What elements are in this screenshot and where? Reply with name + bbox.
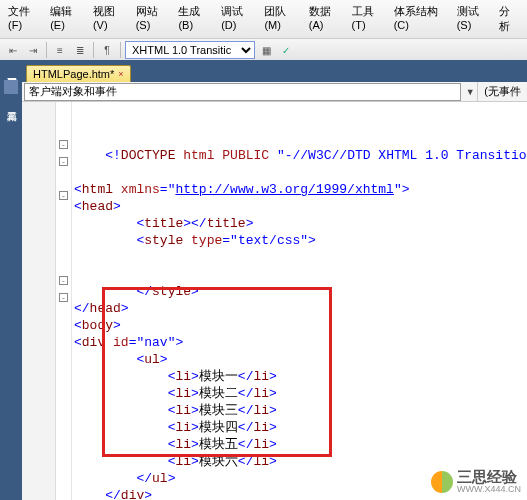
menu-item[interactable]: 体系结构(C) bbox=[390, 2, 451, 36]
code-line[interactable]: <li>模块一</li> bbox=[74, 368, 527, 385]
doctype-select[interactable]: XHTML 1.0 Transitic bbox=[125, 41, 255, 59]
indent-left-icon[interactable]: ⇤ bbox=[4, 41, 22, 59]
list2-icon[interactable]: ≣ bbox=[71, 41, 89, 59]
menu-item[interactable]: 调试(D) bbox=[217, 2, 258, 36]
code-line[interactable]: <title></title> bbox=[74, 215, 527, 232]
code-line[interactable]: <html xmlns="http://www.w3.org/1999/xhtm… bbox=[74, 181, 527, 198]
fold-toggle-icon[interactable]: - bbox=[59, 276, 68, 285]
code-line[interactable]: <li>模块四</li> bbox=[74, 419, 527, 436]
line-gutter bbox=[22, 102, 56, 500]
code-line[interactable]: </style> bbox=[74, 283, 527, 300]
toolbar-format: ⇤ ⇥ ≡ ≣ ¶ XHTML 1.0 Transitic ▦ ✓ bbox=[0, 39, 527, 62]
code-line[interactable]: </head> bbox=[74, 300, 527, 317]
menu-item[interactable]: 编辑(E) bbox=[46, 2, 87, 36]
code-line[interactable]: <li>模块三</li> bbox=[74, 402, 527, 419]
sidebar-tab-server[interactable]: 服务器资源管理器 bbox=[2, 66, 20, 74]
element-selector-input[interactable] bbox=[24, 83, 461, 101]
document-tabstrip: HTMLPage.htm* × bbox=[22, 60, 527, 82]
watermark-title: 三思经验 bbox=[457, 470, 521, 485]
code-line[interactable]: <style type="text/css"> bbox=[74, 232, 527, 249]
indent-right-icon[interactable]: ⇥ bbox=[24, 41, 42, 59]
sidebar-separator-icon bbox=[4, 80, 18, 94]
tab-htmlpage[interactable]: HTMLPage.htm* × bbox=[26, 65, 131, 82]
fold-toggle-icon[interactable]: - bbox=[59, 157, 68, 166]
chevron-down-icon[interactable]: ▼ bbox=[463, 87, 477, 97]
validate-icon[interactable]: ▦ bbox=[257, 41, 275, 59]
menu-item[interactable]: 网站(S) bbox=[132, 2, 173, 36]
code-line[interactable]: <li>模块五</li> bbox=[74, 436, 527, 453]
para-icon[interactable]: ¶ bbox=[98, 41, 116, 59]
watermark: 三思经验 WWW.X444.CN bbox=[431, 470, 521, 494]
code-line[interactable]: <ul> bbox=[74, 351, 527, 368]
close-icon[interactable]: × bbox=[118, 69, 123, 79]
watermark-url: WWW.X444.CN bbox=[457, 485, 521, 494]
menu-item[interactable]: 视图(V) bbox=[89, 2, 130, 36]
sidebar-tab-toolbox[interactable]: 工具箱 bbox=[2, 100, 20, 108]
code-line[interactable]: <!DOCTYPE html PUBLIC "-//W3C//DTD XHTML… bbox=[74, 147, 527, 164]
menu-item[interactable]: 数据(A) bbox=[305, 2, 346, 36]
code-line[interactable]: <div id="nav"> bbox=[74, 334, 527, 351]
left-sidebar: 服务器资源管理器 工具箱 bbox=[0, 60, 22, 500]
menu-item[interactable]: 测试(S) bbox=[453, 2, 494, 36]
fold-toggle-icon[interactable]: - bbox=[59, 191, 68, 200]
code-line[interactable] bbox=[74, 266, 527, 283]
menu-item[interactable]: 工具(T) bbox=[348, 2, 388, 36]
code-editor[interactable]: ----- <!DOCTYPE html PUBLIC "-//W3C//DTD… bbox=[22, 102, 527, 500]
code-line[interactable] bbox=[74, 249, 527, 266]
menu-item[interactable]: 生成(B) bbox=[174, 2, 215, 36]
watermark-logo-icon bbox=[431, 471, 453, 493]
element-navbar: ▼ (无事件 bbox=[22, 82, 527, 102]
list-icon[interactable]: ≡ bbox=[51, 41, 69, 59]
menu-item[interactable]: 文件(F) bbox=[4, 2, 44, 36]
code-line[interactable]: <li>模块六</li> bbox=[74, 453, 527, 470]
event-selector[interactable]: (无事件 bbox=[477, 82, 527, 101]
code-area[interactable]: <!DOCTYPE html PUBLIC "-//W3C//DTD XHTML… bbox=[72, 102, 527, 500]
code-line[interactable]: <li>模块二</li> bbox=[74, 385, 527, 402]
menu-item[interactable]: 团队(M) bbox=[260, 2, 302, 36]
menu-item[interactable]: 分析 bbox=[495, 2, 523, 36]
fold-gutter: ----- bbox=[56, 102, 72, 500]
code-line[interactable]: <head> bbox=[74, 198, 527, 215]
code-line[interactable]: <body> bbox=[74, 317, 527, 334]
fold-toggle-icon[interactable]: - bbox=[59, 140, 68, 149]
fold-toggle-icon[interactable]: - bbox=[59, 293, 68, 302]
tab-label: HTMLPage.htm* bbox=[33, 68, 114, 80]
code-line[interactable] bbox=[74, 164, 527, 181]
menubar: 文件(F)编辑(E)视图(V)网站(S)生成(B)调试(D)团队(M)数据(A)… bbox=[0, 0, 527, 39]
check-icon[interactable]: ✓ bbox=[277, 41, 295, 59]
